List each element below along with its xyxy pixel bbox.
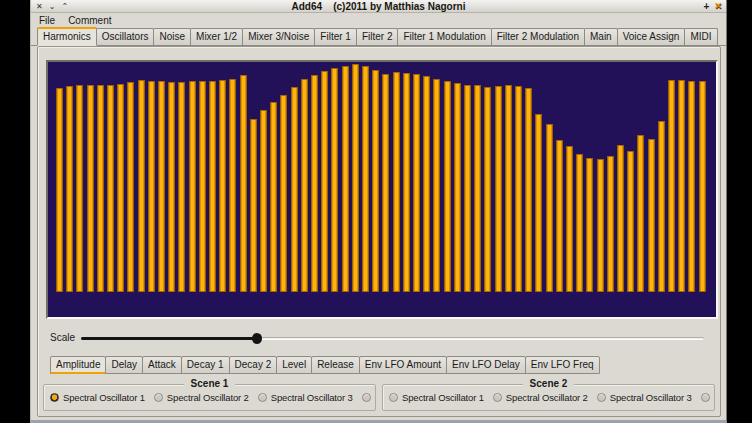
- harmonic-bar-7[interactable]: [117, 84, 124, 292]
- harmonic-bar-57[interactable]: [627, 151, 634, 292]
- harmonic-bar-3[interactable]: [76, 85, 83, 292]
- harmonic-bar-1[interactable]: [56, 88, 63, 292]
- radio-scene1-spectral-oscillator-3[interactable]: Spectral Oscillator 3: [258, 392, 353, 403]
- harmonic-bar-24[interactable]: [291, 87, 298, 292]
- harmonic-bar-44[interactable]: [495, 86, 502, 292]
- harmonic-bar-54[interactable]: [597, 159, 604, 292]
- tab-mixer-1-2[interactable]: Mixer 1/2: [190, 28, 243, 45]
- harmonic-bar-9[interactable]: [138, 80, 145, 292]
- harmonic-bar-63[interactable]: [688, 81, 695, 292]
- harmonic-bar-60[interactable]: [658, 121, 665, 292]
- radio-scene2-spectral-oscillator-1[interactable]: Spectral Oscillator 1: [389, 392, 484, 403]
- harmonic-bar-20[interactable]: [250, 119, 257, 292]
- harmonic-bar-40[interactable]: [454, 83, 461, 292]
- harmonic-bar-29[interactable]: [342, 66, 349, 292]
- titlebar[interactable]: ✕⌄⌃ Add64 (c)2011 by Matthias Nagorni +✕: [31, 0, 726, 13]
- harmonic-bar-46[interactable]: [515, 86, 522, 292]
- harmonic-bar-51[interactable]: [566, 146, 573, 292]
- tab-filter-2[interactable]: Filter 2: [356, 28, 399, 45]
- radio-scene2-spectral-oscillator-3[interactable]: Spectral Oscillator 3: [597, 392, 692, 403]
- tab-release[interactable]: Release: [311, 356, 360, 374]
- harmonic-bar-12[interactable]: [168, 82, 175, 292]
- harmonic-bar-53[interactable]: [586, 158, 593, 292]
- harmonic-bar-45[interactable]: [505, 85, 512, 292]
- harmonic-bar-62[interactable]: [678, 80, 685, 292]
- harmonic-bar-11[interactable]: [158, 81, 165, 292]
- tab-filter-2-modulation[interactable]: Filter 2 Modulation: [491, 28, 585, 45]
- tab-level[interactable]: Level: [276, 356, 312, 374]
- harmonic-bar-14[interactable]: [189, 81, 196, 292]
- tab-midi[interactable]: MIDI: [684, 28, 717, 45]
- tab-env-lfo-delay[interactable]: Env LFO Delay: [446, 356, 526, 374]
- harmonic-bar-28[interactable]: [331, 68, 338, 292]
- tab-main[interactable]: Main: [584, 28, 618, 45]
- tab-amplitude[interactable]: Amplitude: [50, 356, 106, 374]
- radio-scene1-noise[interactable]: Noise: [362, 392, 371, 403]
- harmonic-bar-55[interactable]: [607, 156, 614, 292]
- harmonic-bar-34[interactable]: [393, 72, 400, 292]
- tab-voice-assign[interactable]: Voice Assign: [617, 28, 686, 45]
- scale-slider[interactable]: [81, 330, 704, 346]
- menu-comment[interactable]: Comment: [68, 15, 111, 26]
- harmonic-bar-38[interactable]: [433, 79, 440, 292]
- harmonic-bar-50[interactable]: [556, 140, 563, 292]
- harmonic-bar-42[interactable]: [474, 85, 481, 292]
- harmonic-bar-48[interactable]: [535, 114, 542, 292]
- harmonic-bar-22[interactable]: [270, 102, 277, 292]
- harmonics-bar-canvas[interactable]: [46, 60, 718, 319]
- harmonic-bar-16[interactable]: [209, 81, 216, 292]
- slider-handle[interactable]: [252, 333, 262, 344]
- tab-env-lfo-amount[interactable]: Env LFO Amount: [359, 356, 447, 374]
- harmonic-bar-27[interactable]: [321, 71, 328, 292]
- plus-icon[interactable]: +: [704, 2, 710, 12]
- tab-filter-1-modulation[interactable]: Filter 1 Modulation: [397, 28, 491, 45]
- harmonic-bar-52[interactable]: [576, 154, 583, 292]
- menu-file[interactable]: File: [39, 15, 55, 26]
- tab-delay[interactable]: Delay: [105, 356, 143, 374]
- tab-harmonics[interactable]: Harmonics: [37, 27, 97, 46]
- harmonic-bar-36[interactable]: [413, 74, 420, 292]
- radio-scene1-spectral-oscillator-2[interactable]: Spectral Oscillator 2: [154, 392, 249, 403]
- tab-attack[interactable]: Attack: [142, 356, 182, 374]
- harmonic-bar-8[interactable]: [127, 82, 134, 292]
- harmonic-bar-56[interactable]: [617, 145, 624, 292]
- harmonic-bar-61[interactable]: [668, 80, 675, 292]
- harmonic-bar-32[interactable]: [372, 70, 379, 292]
- tab-env-lfo-freq[interactable]: Env LFO Freq: [525, 356, 600, 374]
- harmonic-bar-49[interactable]: [546, 124, 553, 292]
- harmonic-bar-15[interactable]: [199, 81, 206, 292]
- harmonic-bar-17[interactable]: [219, 80, 226, 292]
- harmonic-bar-4[interactable]: [87, 85, 94, 292]
- harmonic-bar-13[interactable]: [178, 82, 185, 292]
- app-close-icon[interactable]: ✕: [714, 2, 722, 11]
- tab-oscillators[interactable]: Oscillators: [96, 28, 155, 45]
- tab-noise[interactable]: Noise: [153, 28, 191, 45]
- harmonic-bar-19[interactable]: [240, 75, 247, 292]
- harmonic-bar-6[interactable]: [107, 85, 114, 292]
- harmonic-bar-47[interactable]: [525, 88, 532, 292]
- tab-filter-1[interactable]: Filter 1: [314, 28, 357, 45]
- harmonic-bar-18[interactable]: [229, 79, 236, 292]
- radio-scene1-spectral-oscillator-1[interactable]: Spectral Oscillator 1: [50, 392, 145, 403]
- harmonic-bar-33[interactable]: [382, 74, 389, 292]
- harmonic-bar-37[interactable]: [423, 76, 430, 292]
- harmonic-bar-30[interactable]: [352, 64, 359, 292]
- harmonic-bar-10[interactable]: [148, 81, 155, 292]
- harmonic-bar-25[interactable]: [301, 79, 308, 292]
- harmonic-bar-26[interactable]: [311, 75, 318, 292]
- tab-decay-1[interactable]: Decay 1: [181, 356, 230, 374]
- harmonic-bar-59[interactable]: [648, 139, 655, 292]
- harmonic-bar-43[interactable]: [484, 87, 491, 292]
- harmonic-bar-39[interactable]: [444, 81, 451, 292]
- harmonic-bar-21[interactable]: [260, 110, 267, 292]
- harmonic-bar-31[interactable]: [362, 66, 369, 292]
- tab-mixer-3-noise[interactable]: Mixer 3/Noise: [242, 28, 315, 45]
- radio-scene2-noise[interactable]: Noise: [701, 392, 710, 403]
- harmonic-bar-64[interactable]: [699, 81, 706, 292]
- harmonic-bar-5[interactable]: [97, 85, 104, 292]
- harmonic-bar-2[interactable]: [66, 86, 73, 292]
- tab-decay-2[interactable]: Decay 2: [229, 356, 278, 374]
- radio-scene2-spectral-oscillator-2[interactable]: Spectral Oscillator 2: [493, 392, 588, 403]
- harmonic-bar-58[interactable]: [637, 135, 644, 292]
- harmonic-bar-35[interactable]: [403, 73, 410, 292]
